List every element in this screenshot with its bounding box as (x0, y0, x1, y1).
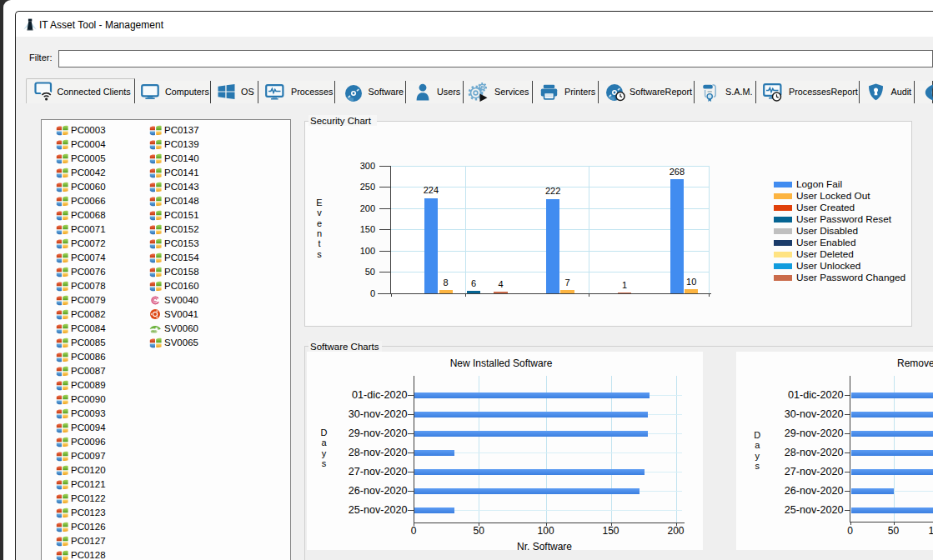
svg-text:SUSE: SUSE (151, 330, 158, 333)
